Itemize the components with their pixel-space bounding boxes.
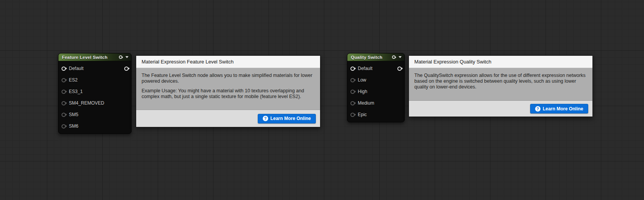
- pin-row: SM6: [58, 120, 131, 132]
- input-pin-icon[interactable]: [62, 90, 66, 94]
- tooltip-quality-switch: Material Expression Quality Switch The Q…: [409, 55, 593, 117]
- pin-row: Medium: [347, 97, 404, 109]
- preview-pin-icon[interactable]: [392, 55, 395, 59]
- node-title: Quality Switch: [351, 55, 392, 60]
- input-pin-icon[interactable]: [350, 113, 355, 117]
- tooltip-description: The Feature Level Switch node allows you…: [136, 68, 320, 110]
- node-header[interactable]: Feature Level Switch: [58, 53, 131, 61]
- node-title: Feature Level Switch: [62, 55, 119, 60]
- input-pin-icon[interactable]: [350, 101, 355, 105]
- pin-label: High: [358, 89, 367, 94]
- tooltip-paragraph: The QualitySwitch expression allows for …: [414, 73, 587, 90]
- tooltip-paragraph: Example Usage: You might have a material…: [142, 88, 315, 100]
- tooltip-title: Material Expression Feature Level Switch: [136, 56, 320, 68]
- learn-more-label: Learn More Online: [270, 116, 311, 121]
- pin-row: Epic: [347, 109, 404, 120]
- question-mark-icon: ?: [263, 116, 268, 121]
- input-pin-icon[interactable]: [62, 124, 66, 128]
- input-pin-icon[interactable]: [350, 78, 355, 82]
- input-pin-icon[interactable]: [62, 67, 66, 71]
- learn-more-label: Learn More Online: [543, 106, 583, 112]
- node-body: Default Low High Medium: [347, 61, 404, 122]
- chevron-down-icon[interactable]: [125, 56, 128, 58]
- pin-row: Low: [347, 74, 404, 86]
- pin-label: Medium: [358, 100, 374, 106]
- pin-row: SM4_REMOVED: [58, 97, 131, 109]
- pin-label: SM4_REMOVED: [69, 100, 104, 106]
- input-pin-icon[interactable]: [62, 78, 66, 82]
- header-icons: [119, 55, 128, 59]
- chevron-down-icon[interactable]: [399, 56, 402, 58]
- pin-label: Default: [358, 66, 372, 71]
- pin-row: ES3_1: [58, 86, 131, 97]
- node-quality-switch[interactable]: Quality Switch Default Low: [347, 53, 405, 122]
- pin-row: Default: [58, 63, 131, 74]
- preview-pin-icon[interactable]: [119, 55, 122, 59]
- tooltip-footer: ? Learn More Online: [136, 110, 320, 127]
- pin-row: ES2: [58, 74, 131, 86]
- input-pin-icon[interactable]: [62, 113, 66, 117]
- pin-row: High: [347, 86, 404, 97]
- pin-label: SM6: [69, 123, 78, 129]
- pin-label: ES3_1: [69, 89, 83, 94]
- pin-label: Epic: [358, 112, 367, 117]
- tooltip-paragraph: The Feature Level Switch node allows you…: [142, 73, 315, 84]
- pin-label: ES2: [69, 77, 78, 83]
- tooltip-feature-level-switch: Material Expression Feature Level Switch…: [136, 55, 320, 127]
- pin-label: Default: [69, 66, 83, 71]
- question-mark-icon: ?: [535, 106, 541, 112]
- tooltip-footer: ? Learn More Online: [409, 100, 592, 117]
- pin-label: SM5: [69, 112, 78, 117]
- pin-row: Default: [347, 63, 404, 74]
- pin-label: Low: [358, 77, 366, 83]
- output-pin-icon[interactable]: [397, 67, 402, 71]
- tooltip-description: The QualitySwitch expression allows for …: [409, 68, 592, 100]
- tooltip-title: Material Expression Quality Switch: [409, 56, 592, 68]
- learn-more-online-button[interactable]: ? Learn More Online: [258, 114, 316, 123]
- header-icons: [392, 55, 402, 59]
- node-header[interactable]: Quality Switch: [347, 53, 404, 61]
- material-graph-canvas[interactable]: Feature Level Switch Default ES2: [0, 0, 644, 200]
- node-body: Default ES2 ES3_1 SM4_REMOVED: [58, 61, 131, 133]
- node-feature-level-switch[interactable]: Feature Level Switch Default ES2: [58, 53, 132, 134]
- pin-row: SM5: [58, 109, 131, 120]
- input-pin-icon[interactable]: [62, 101, 66, 105]
- output-pin-icon[interactable]: [124, 67, 128, 71]
- input-pin-icon[interactable]: [350, 67, 355, 71]
- learn-more-online-button[interactable]: ? Learn More Online: [530, 104, 588, 113]
- input-pin-icon[interactable]: [350, 90, 355, 94]
